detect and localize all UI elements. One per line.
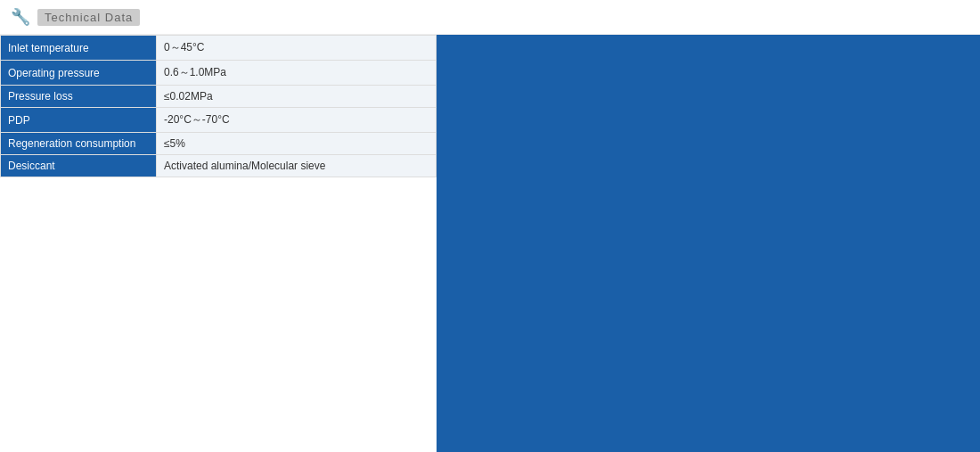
right-panel bbox=[437, 35, 980, 452]
header-title: Technical Data bbox=[37, 9, 140, 26]
gear-icon: 🔧 bbox=[11, 7, 30, 27]
spec-label: PDP bbox=[1, 108, 157, 133]
spec-row: PDP -20°C～-70°C bbox=[1, 108, 437, 133]
main-layout: Inlet temperature 0～45°C Operating press… bbox=[0, 35, 980, 452]
spec-value: 0～45°C bbox=[157, 36, 437, 61]
spec-value: -20°C～-70°C bbox=[157, 108, 437, 133]
spec-value: 0.6～1.0MPa bbox=[157, 61, 437, 86]
spec-row: Regeneration consumption ≤5% bbox=[1, 133, 437, 155]
left-panel: Inlet temperature 0～45°C Operating press… bbox=[0, 35, 437, 452]
spec-value: ≤0.02MPa bbox=[157, 86, 437, 108]
spec-label: Desiccant bbox=[1, 155, 157, 177]
spec-row: Pressure loss ≤0.02MPa bbox=[1, 86, 437, 108]
spec-row: Inlet temperature 0～45°C bbox=[1, 36, 437, 61]
spec-value: Activated alumina/Molecular sieve bbox=[157, 155, 437, 177]
spec-label: Regeneration consumption bbox=[1, 133, 157, 155]
specs-table: Inlet temperature 0～45°C Operating press… bbox=[0, 35, 437, 177]
spec-label: Operating pressure bbox=[1, 61, 157, 86]
spec-row: Operating pressure 0.6～1.0MPa bbox=[1, 61, 437, 86]
spec-label: Inlet temperature bbox=[1, 36, 157, 61]
spec-row: Desiccant Activated alumina/Molecular si… bbox=[1, 155, 437, 177]
spec-label: Pressure loss bbox=[1, 86, 157, 108]
header: 🔧 Technical Data bbox=[0, 0, 980, 35]
spec-value: ≤5% bbox=[157, 133, 437, 155]
